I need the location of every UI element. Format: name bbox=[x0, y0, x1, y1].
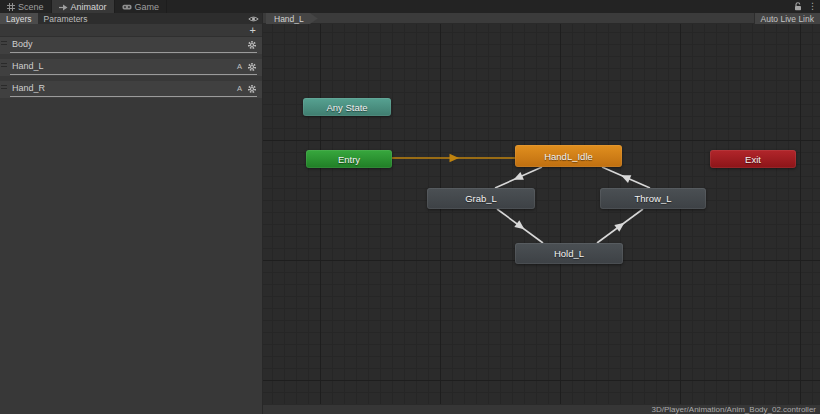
drag-grip-icon[interactable] bbox=[1, 41, 7, 47]
tab-game[interactable]: Game bbox=[115, 0, 168, 13]
lock-icon[interactable] bbox=[794, 2, 802, 11]
tab-game-label: Game bbox=[135, 2, 160, 12]
tab-scene-label: Scene bbox=[18, 2, 44, 12]
grid-icon bbox=[7, 3, 15, 11]
layer-weight-slider[interactable] bbox=[10, 74, 257, 75]
animator-graph: Hand_L Auto Live Link Any StateEntryHand… bbox=[263, 13, 820, 414]
auto-live-link-button[interactable]: Auto Live Link bbox=[754, 13, 820, 24]
gear-icon[interactable] bbox=[247, 62, 257, 72]
gear-icon[interactable] bbox=[247, 40, 257, 50]
layer-badge: A bbox=[237, 84, 242, 93]
node-hold-l[interactable]: Hold_L bbox=[515, 243, 623, 264]
animator-icon bbox=[59, 3, 68, 11]
layer-badge: A bbox=[237, 62, 242, 71]
layers-panel-toolbar: Layers Parameters bbox=[0, 13, 262, 24]
node-exit[interactable]: Exit bbox=[710, 150, 796, 168]
transition-arrow-Entry-to-HandL_Idle bbox=[450, 154, 460, 162]
layer-list: Body Hand_L A Hand_R A bbox=[0, 37, 262, 103]
tab-animator[interactable]: Animator bbox=[52, 0, 115, 13]
node-any-state[interactable]: Any State bbox=[303, 98, 391, 116]
unity-animator-window: Scene Animator Game ⋮ Layers Parameters … bbox=[0, 0, 820, 414]
breadcrumb-label: Hand_L bbox=[274, 14, 304, 24]
layer-row-body[interactable]: Body bbox=[0, 37, 262, 54]
transition-arrow-Hold_L-to-Throw_L bbox=[614, 223, 624, 232]
node-grab-l[interactable]: Grab_L bbox=[427, 188, 535, 209]
drag-grip-icon[interactable] bbox=[1, 63, 7, 69]
layer-name: Hand_R bbox=[12, 83, 45, 93]
layers-panel: Layers Parameters + Body Hand_L A Hand_R… bbox=[0, 13, 263, 414]
layers-add-row: + bbox=[0, 24, 262, 37]
transitions-svg bbox=[263, 24, 820, 404]
controller-asset-path: 3D/Player/Animation/Anim_Body_02.control… bbox=[651, 405, 816, 414]
layer-row-hand_r[interactable]: Hand_R A bbox=[0, 81, 262, 98]
status-bar: 3D/Player/Animation/Anim_Body_02.control… bbox=[263, 404, 820, 414]
tab-animator-label: Animator bbox=[71, 2, 107, 12]
graph-canvas[interactable]: Any StateEntryHandL_IdleExitGrab_LThrow_… bbox=[263, 24, 820, 404]
transition-arrow-Grab_L-to-Hold_L bbox=[514, 220, 524, 229]
node-entry[interactable]: Entry bbox=[306, 150, 392, 168]
eye-icon[interactable] bbox=[248, 15, 259, 23]
layer-name: Body bbox=[12, 39, 33, 49]
drag-grip-icon[interactable] bbox=[1, 85, 7, 91]
tab-scene[interactable]: Scene bbox=[0, 0, 52, 13]
add-layer-button[interactable]: + bbox=[250, 24, 256, 37]
breadcrumb[interactable]: Hand_L bbox=[266, 13, 318, 24]
graph-toolbar: Hand_L Auto Live Link bbox=[263, 13, 820, 24]
node-throw-l[interactable]: Throw_L bbox=[600, 188, 706, 209]
node-handl-idle[interactable]: HandL_Idle bbox=[515, 145, 622, 167]
window-tab-bar: Scene Animator Game ⋮ bbox=[0, 0, 820, 13]
layer-row-hand_l[interactable]: Hand_L A bbox=[0, 59, 262, 76]
tab-layers-label: Layers bbox=[6, 14, 32, 24]
gamepad-icon bbox=[122, 3, 132, 11]
layer-weight-slider[interactable] bbox=[10, 52, 257, 53]
layer-weight-slider[interactable] bbox=[10, 96, 257, 97]
auto-live-link-label: Auto Live Link bbox=[761, 14, 814, 24]
tab-layers[interactable]: Layers bbox=[0, 13, 38, 24]
tab-parameters-label: Parameters bbox=[44, 14, 88, 24]
layer-name: Hand_L bbox=[12, 61, 44, 71]
kebab-menu-icon[interactable]: ⋮ bbox=[808, 2, 817, 11]
tab-parameters[interactable]: Parameters bbox=[38, 13, 94, 24]
gear-icon[interactable] bbox=[247, 84, 257, 94]
